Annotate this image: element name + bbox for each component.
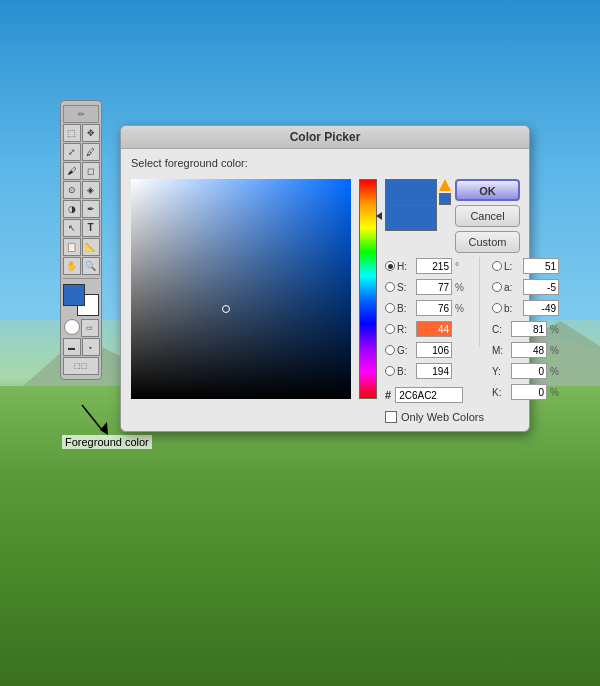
separator-1: [63, 278, 99, 279]
tool-pencil[interactable]: ✏: [63, 105, 99, 123]
gamut-warning-icon[interactable]: [439, 179, 451, 191]
cancel-button[interactable]: Cancel: [455, 205, 520, 227]
field-row-s: S: %: [385, 278, 467, 296]
tool-row-pencil: ✏: [63, 105, 99, 123]
field-col-right: L: a:: [492, 257, 562, 403]
radio-r[interactable]: R:: [385, 324, 413, 335]
unit-m: %: [550, 345, 562, 356]
web-colors-label[interactable]: Only Web Colors: [401, 411, 484, 423]
input-b[interactable]: [416, 300, 452, 316]
tool-row-5: ◑ ✒: [63, 200, 100, 218]
label-b2: B:: [397, 366, 406, 377]
input-c[interactable]: [511, 321, 547, 337]
tool-row-4: ⊙ ◈: [63, 181, 100, 199]
web-color-icon[interactable]: [439, 193, 451, 205]
input-s[interactable]: [416, 279, 452, 295]
label-b: B:: [397, 303, 406, 314]
tool-hand[interactable]: ✋: [63, 257, 81, 275]
color-boxes: [63, 284, 99, 316]
tool-quick-mask[interactable]: [64, 319, 80, 335]
tool-select-rect[interactable]: ⬚: [63, 124, 81, 142]
hex-row: #: [385, 387, 467, 403]
input-y[interactable]: [511, 363, 547, 379]
hex-input[interactable]: [395, 387, 463, 403]
field-row-h: H: °: [385, 257, 467, 275]
radio-circle-g[interactable]: [385, 345, 395, 355]
radio-circle-r[interactable]: [385, 324, 395, 334]
tool-notes[interactable]: 📋: [63, 238, 81, 256]
radio-a[interactable]: a:: [492, 282, 520, 293]
radio-h[interactable]: H:: [385, 261, 413, 272]
tool-stamp[interactable]: ⊙: [63, 181, 81, 199]
tool-eraser[interactable]: ◻: [82, 162, 100, 180]
tool-row-8: ✋ 🔍: [63, 257, 100, 275]
tool-arrow[interactable]: ↖: [63, 219, 81, 237]
annotation-text: Foreground color: [62, 435, 152, 449]
tool-move[interactable]: ✥: [82, 124, 100, 142]
right-panel: OK Cancel Custom H:: [385, 179, 562, 423]
tool-smudge[interactable]: ◈: [82, 181, 100, 199]
dialog-body: Select foreground color:: [121, 149, 529, 431]
input-k[interactable]: [511, 384, 547, 400]
tool-eyedropper[interactable]: 🖊: [82, 143, 100, 161]
input-h[interactable]: [416, 258, 452, 274]
tool-text[interactable]: T: [82, 219, 100, 237]
radio-circle-a[interactable]: [492, 282, 502, 292]
hue-slider[interactable]: [359, 179, 377, 399]
tool-extra-1[interactable]: ⬚⬚: [63, 357, 99, 375]
unit-s: %: [455, 282, 467, 293]
web-colors-checkbox[interactable]: [385, 411, 397, 423]
input-a[interactable]: [523, 279, 559, 295]
input-g[interactable]: [416, 342, 452, 358]
radio-circle-l[interactable]: [492, 261, 502, 271]
input-b2[interactable]: [416, 363, 452, 379]
fields-section: H: ° S: %: [385, 257, 562, 403]
radio-b[interactable]: B:: [385, 303, 413, 314]
radio-circle-h[interactable]: [385, 261, 395, 271]
radio-s[interactable]: S:: [385, 282, 413, 293]
field-row-a: a:: [492, 278, 562, 296]
swatch-icons: [439, 179, 451, 205]
dialog-subtitle: Select foreground color:: [131, 157, 519, 169]
input-r[interactable]: [416, 321, 452, 337]
color-swatch-new: [385, 179, 437, 205]
tool-screen-mode-2[interactable]: ▪: [82, 338, 100, 356]
tool-pen[interactable]: ✒: [82, 200, 100, 218]
radio-b3[interactable]: b:: [492, 303, 520, 314]
field-row-b3: b:: [492, 299, 562, 317]
tool-zoom[interactable]: 🔍: [82, 257, 100, 275]
foreground-color-box[interactable]: [63, 284, 85, 306]
radio-g[interactable]: G:: [385, 345, 413, 356]
custom-button[interactable]: Custom: [455, 231, 520, 253]
radio-circle-s[interactable]: [385, 282, 395, 292]
tool-dodge[interactable]: ◑: [63, 200, 81, 218]
radio-circle-b2[interactable]: [385, 366, 395, 376]
tool-screen-mode-1[interactable]: ▬: [63, 338, 81, 356]
label-h: H:: [397, 261, 407, 272]
unit-c: %: [550, 324, 562, 335]
hex-label: #: [385, 389, 391, 401]
label-k: K:: [492, 387, 508, 398]
radio-b2[interactable]: B:: [385, 366, 413, 377]
tool-transform[interactable]: ⤢: [63, 143, 81, 161]
color-swatch-current: [385, 205, 437, 231]
input-m[interactable]: [511, 342, 547, 358]
gradient-dark: [131, 179, 351, 399]
tool-standard-mode[interactable]: ▭: [81, 319, 99, 337]
web-colors-row: Only Web Colors: [385, 411, 562, 423]
tool-paintbrush[interactable]: 🖌: [63, 162, 81, 180]
radio-l[interactable]: L:: [492, 261, 520, 272]
radio-circle-b3[interactable]: [492, 303, 502, 313]
tool-row-extra: ⬚⬚: [63, 357, 99, 375]
field-row-m: M: %: [492, 341, 562, 359]
input-l[interactable]: [523, 258, 559, 274]
ok-button[interactable]: OK: [455, 179, 520, 201]
field-row-c: C: %: [492, 320, 562, 338]
input-b3[interactable]: [523, 300, 559, 316]
tool-measure[interactable]: 📐: [82, 238, 100, 256]
color-gradient-picker[interactable]: [131, 179, 351, 399]
dialog-titlebar: Color Picker: [121, 126, 529, 149]
annotation-arrow-svg: [72, 400, 122, 440]
hue-arrow: [376, 212, 382, 220]
radio-circle-b[interactable]: [385, 303, 395, 313]
